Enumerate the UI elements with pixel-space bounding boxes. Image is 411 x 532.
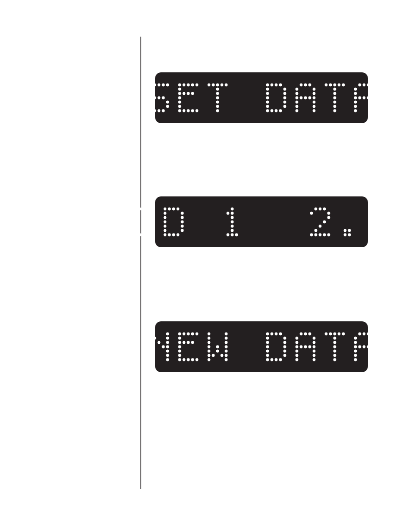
svg-point-36: [221, 84, 224, 87]
svg-point-240: [275, 333, 278, 336]
svg-point-230: [216, 350, 219, 353]
svg-point-217: [187, 358, 190, 361]
svg-point-146: [231, 229, 234, 232]
svg-point-284: [333, 358, 336, 361]
svg-point-153: [310, 212, 313, 215]
svg-point-110: [143, 208, 146, 211]
svg-point-143: [231, 216, 234, 219]
svg-point-174: [386, 216, 389, 219]
svg-point-190: [149, 341, 152, 344]
svg-point-19: [196, 84, 199, 87]
svg-point-221: [225, 333, 228, 336]
svg-point-189: [166, 337, 169, 340]
svg-point-171: [369, 212, 372, 215]
svg-point-177: [382, 221, 385, 224]
svg-point-39: [216, 92, 219, 95]
svg-point-256: [300, 333, 303, 336]
svg-point-245: [283, 341, 286, 344]
svg-point-98: [354, 96, 357, 100]
svg-point-252: [266, 358, 269, 361]
svg-point-212: [178, 345, 181, 348]
svg-point-238: [266, 333, 269, 336]
svg-point-104: [371, 101, 374, 104]
svg-point-295: [367, 345, 370, 348]
svg-point-97: [371, 92, 374, 95]
svg-point-202: [178, 333, 181, 336]
svg-point-22: [183, 92, 186, 95]
svg-point-181: [386, 229, 389, 232]
svg-point-70: [300, 96, 303, 100]
svg-point-120: [143, 233, 146, 236]
svg-point-197: [166, 350, 169, 353]
svg-point-277: [338, 333, 341, 336]
svg-point-64: [308, 84, 311, 87]
svg-point-232: [208, 354, 211, 357]
svg-point-9: [166, 101, 169, 104]
svg-point-15: [178, 84, 181, 87]
svg-point-276: [333, 333, 336, 336]
svg-point-264: [300, 345, 303, 348]
svg-point-45: [271, 84, 274, 87]
svg-point-210: [187, 341, 190, 344]
svg-point-118: [152, 229, 155, 232]
svg-point-136: [164, 233, 167, 236]
svg-point-297: [354, 350, 357, 353]
svg-point-32: [196, 109, 199, 112]
svg-point-80: [325, 84, 328, 87]
svg-point-265: [304, 345, 307, 348]
svg-point-93: [367, 84, 370, 87]
svg-point-268: [296, 350, 299, 353]
svg-point-26: [178, 101, 181, 104]
svg-point-219: [196, 358, 199, 361]
svg-point-126: [164, 212, 167, 215]
svg-point-170: [382, 208, 385, 211]
svg-point-208: [178, 341, 181, 344]
svg-point-24: [191, 92, 194, 95]
svg-point-169: [377, 208, 380, 211]
svg-point-7: [158, 96, 161, 100]
svg-point-290: [354, 341, 357, 344]
svg-point-218: [191, 358, 194, 361]
lcd-text: [148, 332, 375, 362]
svg-point-191: [158, 341, 161, 344]
svg-point-259: [296, 337, 299, 340]
svg-point-122: [164, 208, 167, 211]
svg-point-225: [225, 341, 228, 344]
svg-point-278: [342, 333, 345, 336]
svg-point-253: [271, 358, 274, 361]
svg-point-73: [313, 96, 316, 100]
svg-point-6: [153, 96, 156, 100]
svg-point-58: [266, 109, 269, 112]
svg-point-176: [377, 221, 380, 224]
svg-point-223: [225, 337, 228, 340]
svg-point-130: [164, 221, 167, 224]
svg-point-233: [212, 354, 215, 357]
svg-point-3: [166, 84, 169, 87]
svg-point-85: [333, 88, 336, 91]
svg-point-260: [313, 337, 316, 340]
svg-point-275: [329, 333, 332, 336]
svg-point-139: [177, 233, 180, 236]
svg-point-291: [371, 341, 374, 344]
svg-point-71: [304, 96, 307, 100]
page: [0, 0, 411, 532]
svg-point-47: [279, 84, 282, 87]
svg-point-111: [147, 208, 150, 211]
svg-point-138: [172, 233, 175, 236]
svg-point-127: [181, 212, 184, 215]
svg-point-270: [296, 354, 299, 357]
svg-point-201: [166, 358, 169, 361]
svg-point-185: [149, 333, 152, 336]
svg-point-90: [333, 109, 336, 112]
svg-point-124: [172, 208, 175, 211]
svg-point-119: [139, 233, 142, 236]
svg-point-241: [279, 333, 282, 336]
svg-point-300: [371, 354, 374, 357]
svg-point-94: [354, 88, 357, 91]
svg-point-112: [134, 212, 137, 215]
svg-point-99: [358, 96, 361, 100]
svg-point-237: [225, 358, 228, 361]
svg-point-159: [310, 233, 313, 236]
svg-point-35: [216, 84, 219, 87]
svg-point-5: [149, 92, 152, 95]
